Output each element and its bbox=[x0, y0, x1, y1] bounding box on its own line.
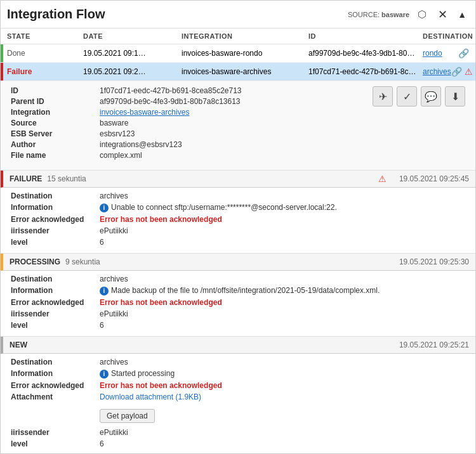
row-indicator-red bbox=[1, 63, 3, 81]
table-row[interactable]: Failure 19.05.2021 09:2… invoices-baswar… bbox=[1, 63, 475, 81]
failure-warn-icon: ⚠ bbox=[378, 174, 387, 184]
row-destination[interactable]: rondo bbox=[423, 49, 442, 58]
failure-dest-value: archives bbox=[100, 191, 465, 200]
main-window: Integration Flow SOURCE: basware ⬡ ✕ ▲ S… bbox=[0, 0, 476, 454]
row-id: af99709d-be9c-4fe3-9db1-80… bbox=[308, 49, 423, 58]
clip-icon: 🔗 bbox=[458, 48, 469, 58]
processing-error-ack-label: Error acknowledged bbox=[11, 298, 100, 307]
source-label: SOURCE: basware bbox=[348, 11, 409, 18]
header-destination: DESTINATION bbox=[423, 32, 473, 40]
failure-section-header: FAILURE 15 sekuntia ⚠ 19.05.2021 09:25:4… bbox=[1, 171, 475, 188]
detail-author-label: Author bbox=[11, 140, 100, 149]
processing-timestamp: 19.05.2021 09:25:30 bbox=[399, 257, 469, 266]
failure-error-ack-value: Error has not been acknowledged bbox=[100, 215, 465, 224]
failure-iirissender-label: iirissender bbox=[11, 226, 100, 235]
processing-level-value: 6 bbox=[100, 321, 465, 330]
title-bar: Integration Flow SOURCE: basware ⬡ ✕ ▲ bbox=[1, 1, 475, 29]
processing-dest-label: Destination bbox=[11, 275, 100, 283]
check-button[interactable]: ✓ bbox=[397, 86, 417, 107]
failure-title: FAILURE bbox=[10, 174, 42, 183]
detail-actions: ✈ ✓ 💬 ⬇ bbox=[362, 86, 465, 162]
detail-integration-value[interactable]: invoices-basware-archives bbox=[100, 108, 362, 117]
failure-duration: 15 sekuntia bbox=[47, 174, 86, 183]
detail-filename-label: File name bbox=[11, 151, 100, 160]
new-extra-grid: iirissender ePutiikki level 6 bbox=[11, 428, 465, 448]
detail-integration-label: Integration bbox=[11, 108, 100, 117]
clip-icon: 🔗 bbox=[451, 67, 462, 77]
failure-info-label: Information bbox=[11, 203, 100, 212]
row-state: Failure bbox=[7, 67, 83, 76]
new-title: NEW bbox=[10, 340, 27, 349]
new-dest-value: archives bbox=[100, 358, 465, 366]
new-level-label: level bbox=[11, 439, 100, 448]
download-button[interactable]: ⬇ bbox=[445, 86, 465, 107]
new-attachment-label: Attachment bbox=[11, 392, 100, 401]
row-icons: 🔗 ⚠ bbox=[451, 67, 473, 77]
new-error-ack-label: Error acknowledged bbox=[11, 381, 100, 390]
failure-error-ack-label: Error acknowledged bbox=[11, 215, 100, 224]
row-integration: invoices-basware-rondo bbox=[182, 49, 308, 58]
row-indicator-green bbox=[1, 44, 3, 62]
failure-iirissender-value: ePutiikki bbox=[100, 226, 465, 235]
info-icon: i bbox=[100, 204, 109, 212]
row-icons: 🔗 bbox=[458, 48, 469, 58]
info-icon: i bbox=[100, 370, 109, 379]
processing-iirissender-label: iirissender bbox=[11, 309, 100, 318]
failure-dest-label: Destination bbox=[11, 191, 100, 200]
main-content[interactable]: Done 19.05.2021 09:1… invoices-basware-r… bbox=[1, 44, 475, 453]
comment-button[interactable]: 💬 bbox=[421, 86, 441, 107]
processing-error-ack-value: Error has not been acknowledged bbox=[100, 298, 465, 307]
header-state: STATE bbox=[7, 32, 83, 40]
processing-info-label: Information bbox=[11, 286, 100, 295]
detail-source-value: basware bbox=[100, 119, 362, 127]
close-button[interactable]: ✕ bbox=[435, 7, 450, 22]
new-dest-label: Destination bbox=[11, 358, 100, 366]
failure-timestamp: 19.05.2021 09:25:45 bbox=[399, 174, 469, 183]
detail-author-value: integrations@esbsrv123 bbox=[100, 140, 362, 149]
detail-grid: ID 1f07cd71-eedc-427b-b691-8cea85c2e713 … bbox=[11, 86, 362, 160]
failure-details: Destination archives Information iUnable… bbox=[1, 188, 475, 254]
network-icon[interactable]: ⬡ bbox=[414, 7, 430, 22]
row-integration: invoices-basware-archives bbox=[182, 67, 308, 76]
new-iirissender-value: ePutiikki bbox=[100, 428, 465, 437]
title-bar-right: SOURCE: basware ⬡ ✕ ▲ bbox=[348, 7, 469, 22]
detail-id-value: 1f07cd71-eedc-427b-b691-8cea85c2e713 bbox=[100, 86, 362, 95]
detail-parent-id-label: Parent ID bbox=[11, 97, 100, 106]
processing-info-value: iMade backup of the file to /mnt/offsite… bbox=[100, 286, 465, 295]
new-info-label: Information bbox=[11, 369, 100, 379]
new-iirissender-label: iirissender bbox=[11, 428, 100, 437]
row-date: 19.05.2021 09:1… bbox=[83, 49, 182, 58]
failure-level-value: 6 bbox=[100, 238, 465, 247]
failure-info-value: iUnable to connect sftp:/username:******… bbox=[100, 203, 465, 212]
new-section-header: NEW 19.05.2021 09:25:21 bbox=[1, 337, 475, 354]
table-header: STATE DATE INTEGRATION ID DESTINATION bbox=[1, 29, 475, 44]
detail-parent-id-value: af99709d-be9c-4fe3-9db1-80b7a8c13613 bbox=[100, 97, 362, 106]
source-value: basware bbox=[381, 11, 409, 18]
detail-panel: ID 1f07cd71-eedc-427b-b691-8cea85c2e713 … bbox=[1, 81, 475, 171]
send-button[interactable]: ✈ bbox=[373, 86, 393, 107]
title-bar-left: Integration Flow bbox=[7, 7, 105, 22]
processing-duration: 9 sekuntia bbox=[65, 257, 100, 266]
scroll-up-button[interactable]: ▲ bbox=[455, 8, 469, 21]
detail-id-label: ID bbox=[11, 86, 100, 95]
row-destination[interactable]: archives bbox=[423, 67, 451, 76]
processing-section-header: PROCESSING 9 sekuntia 19.05.2021 09:25:3… bbox=[1, 254, 475, 271]
info-icon: i bbox=[100, 287, 109, 295]
detail-esb-label: ESB Server bbox=[11, 129, 100, 138]
header-date: DATE bbox=[83, 32, 182, 40]
warn-icon: ⚠ bbox=[465, 67, 473, 77]
processing-title: PROCESSING bbox=[10, 257, 60, 266]
table-row[interactable]: Done 19.05.2021 09:1… invoices-basware-r… bbox=[1, 44, 475, 63]
processing-detail-grid: Destination archives Information iMade b… bbox=[11, 275, 465, 330]
new-level-value: 6 bbox=[100, 439, 465, 448]
new-attachment-value[interactable]: Download attachment (1.9KB) bbox=[100, 392, 465, 401]
row-dest-cell: archives 🔗 ⚠ bbox=[423, 67, 473, 77]
processing-level-label: level bbox=[11, 321, 100, 330]
new-error-ack-value: Error has not been acknowledged bbox=[100, 381, 465, 390]
row-date: 19.05.2021 09:2… bbox=[83, 67, 182, 76]
detail-source-label: Source bbox=[11, 119, 100, 127]
get-payload-button[interactable]: Get payload bbox=[100, 409, 155, 423]
row-dest-cell: rondo 🔗 bbox=[423, 48, 469, 58]
failure-level-label: level bbox=[11, 238, 100, 247]
page-title: Integration Flow bbox=[7, 7, 105, 22]
